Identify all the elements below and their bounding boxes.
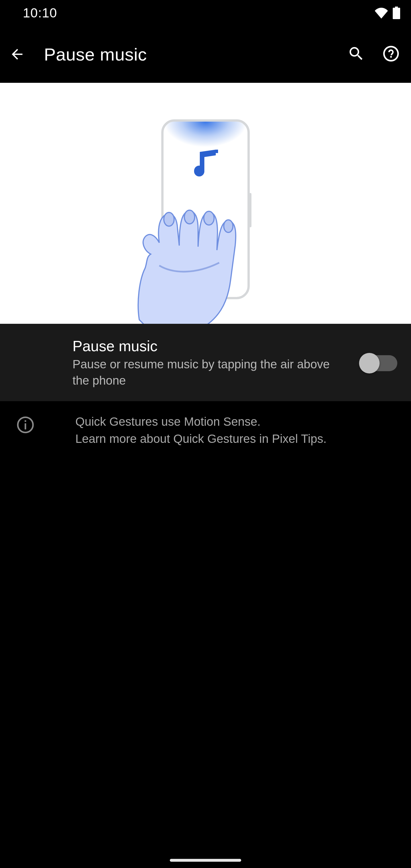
info-line-2[interactable]: Learn more about Quick Gestures in Pixel… [75, 432, 326, 445]
setting-pause-music[interactable]: Pause music Pause or resume music by tap… [0, 324, 411, 402]
pause-music-toggle[interactable] [360, 355, 397, 371]
status-icons [375, 6, 403, 19]
status-time: 10:10 [8, 5, 57, 21]
info-text: Quick Gestures use Motion Sense. Learn m… [54, 413, 326, 447]
svg-point-0 [194, 166, 204, 177]
hero-illustration [0, 83, 411, 324]
svg-point-3 [204, 211, 214, 225]
search-icon [347, 45, 365, 64]
page-title: Pause music [29, 44, 345, 65]
status-bar: 10:10 [0, 0, 411, 26]
svg-rect-7 [25, 420, 26, 422]
hand-illustration [133, 188, 253, 324]
svg-point-1 [164, 212, 174, 226]
info-section: Quick Gestures use Motion Sense. Learn m… [0, 402, 411, 459]
back-button[interactable] [6, 43, 29, 66]
info-line-1: Quick Gestures use Motion Sense. [75, 415, 261, 428]
svg-point-2 [184, 210, 195, 224]
search-button[interactable] [345, 43, 368, 66]
music-note-icon [192, 149, 219, 178]
svg-rect-6 [25, 424, 26, 429]
help-icon [382, 44, 401, 64]
battery-icon [393, 6, 400, 19]
setting-subtitle: Pause or resume music by tapping the air… [72, 356, 349, 389]
svg-point-4 [224, 220, 233, 232]
app-bar: Pause music [0, 26, 411, 83]
home-indicator[interactable] [170, 859, 241, 862]
wifi-icon [375, 7, 388, 19]
setting-title: Pause music [72, 338, 349, 354]
info-icon [15, 415, 35, 435]
help-button[interactable] [380, 43, 403, 66]
